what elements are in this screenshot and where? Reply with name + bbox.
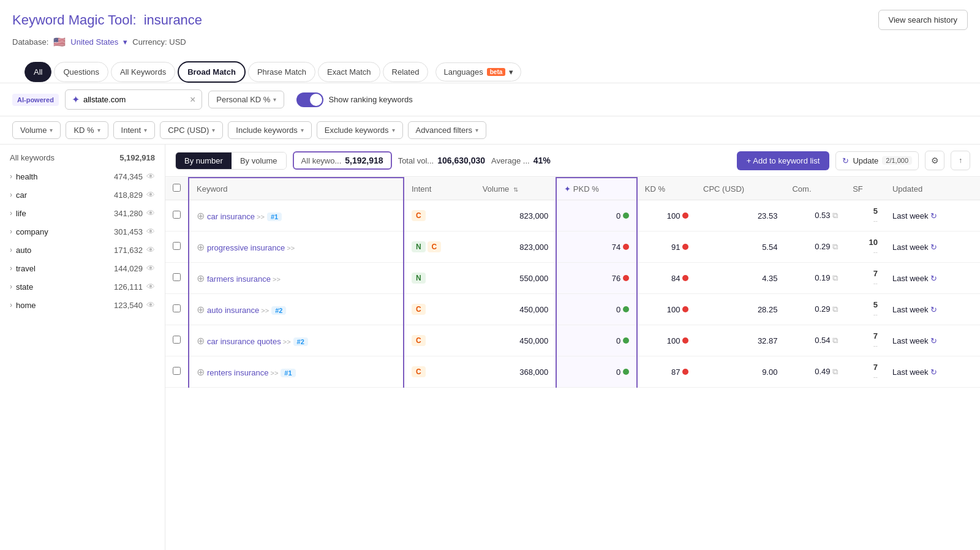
advanced-filters[interactable]: Advanced filters ▾ xyxy=(408,121,487,139)
eye-icon-life[interactable]: 👁 xyxy=(146,208,155,218)
sf-sublabel: -- xyxy=(873,217,878,224)
refresh-icon[interactable]: ↻ xyxy=(930,336,937,345)
tab-exact-match[interactable]: Exact Match xyxy=(318,62,380,82)
update-button[interactable]: ↻ Update 2/1,000 xyxy=(835,151,919,170)
beta-badge: beta xyxy=(487,68,506,76)
sf-value: 5 xyxy=(873,300,878,309)
row-sf-cell: 10-- xyxy=(845,232,885,263)
clear-domain-icon[interactable]: × xyxy=(190,94,195,105)
add-keyword-icon[interactable]: ⊕ xyxy=(197,367,205,377)
row-checkbox-5[interactable] xyxy=(173,367,181,375)
sidebar-item-home[interactable]: › home 123,540 👁 xyxy=(0,296,165,314)
th-volume[interactable]: Volume ⇅ xyxy=(475,178,556,200)
eye-icon-health[interactable]: 👁 xyxy=(146,171,155,181)
intent-badge: N xyxy=(412,241,426,252)
pkd-value: 0 xyxy=(616,305,623,314)
sidebar-item-auto[interactable]: › auto 171,632 👁 xyxy=(0,241,165,259)
rank-badge: #1 xyxy=(281,369,295,377)
sidebar-label-travel: travel xyxy=(16,264,110,273)
sidebar-item-state[interactable]: › state 126,111 👁 xyxy=(0,277,165,296)
exclude-keywords-filter[interactable]: Exclude keywords ▾ xyxy=(317,121,403,139)
add-to-keyword-list-button[interactable]: + Add to keyword list xyxy=(737,151,830,170)
row-checkbox-0[interactable] xyxy=(173,211,181,219)
row-checkbox-2[interactable] xyxy=(173,273,181,281)
pkd-dot xyxy=(623,337,629,344)
row-volume-cell: 368,000 xyxy=(475,356,556,388)
tab-questions[interactable]: Questions xyxy=(54,62,108,82)
keyword-link[interactable]: renters insurance xyxy=(207,368,268,377)
refresh-icon[interactable]: ↻ xyxy=(930,305,937,314)
keyword-link[interactable]: farmers insurance xyxy=(207,274,271,284)
keyword-link[interactable]: auto insurance xyxy=(207,306,259,315)
select-all-checkbox[interactable] xyxy=(173,184,181,192)
tab-phrase-match[interactable]: Phrase Match xyxy=(248,62,315,82)
copy-icon[interactable]: ⧉ xyxy=(832,367,838,376)
copy-icon[interactable]: ⧉ xyxy=(832,273,838,282)
sidebar-label-home: home xyxy=(16,301,110,310)
intent-badge-secondary: C xyxy=(428,241,442,252)
eye-icon-home[interactable]: 👁 xyxy=(146,300,155,310)
personal-kd-dropdown[interactable]: Personal KD % ▾ xyxy=(208,91,284,108)
eye-icon-travel[interactable]: 👁 xyxy=(146,263,155,273)
sidebar-label-state: state xyxy=(16,282,110,292)
volume-filter[interactable]: Volume ▾ xyxy=(12,121,61,139)
eye-icon-company[interactable]: 👁 xyxy=(146,227,155,236)
tab-all-keywords[interactable]: All Keywords xyxy=(111,62,175,82)
show-ranking-toggle[interactable] xyxy=(296,92,323,107)
eye-icon-car[interactable]: 👁 xyxy=(146,190,155,200)
sidebar-chevron-travel: › xyxy=(10,264,12,273)
keyword-arrows-icon: >> xyxy=(255,213,265,220)
include-keywords-filter[interactable]: Include keywords ▾ xyxy=(228,121,311,139)
add-keyword-icon[interactable]: ⊕ xyxy=(197,336,205,346)
row-checkbox-1[interactable] xyxy=(173,242,181,250)
page-title: Keyword Magic Tool: insurance xyxy=(12,12,202,28)
add-keyword-icon[interactable]: ⊕ xyxy=(197,273,205,284)
cpc-filter[interactable]: CPC (USD) ▾ xyxy=(160,121,223,139)
refresh-icon[interactable]: ↻ xyxy=(930,367,937,377)
intent-chevron-icon: ▾ xyxy=(144,127,147,134)
eye-icon-state[interactable]: 👁 xyxy=(146,282,155,292)
kd-filter[interactable]: KD % ▾ xyxy=(66,121,108,139)
refresh-icon[interactable]: ↻ xyxy=(930,243,937,252)
intent-filter[interactable]: Intent ▾ xyxy=(113,121,156,139)
refresh-icon[interactable]: ↻ xyxy=(930,274,937,283)
eye-icon-auto[interactable]: 👁 xyxy=(146,245,155,255)
view-history-button[interactable]: View search history xyxy=(878,10,968,30)
add-keyword-icon[interactable]: ⊕ xyxy=(197,242,205,252)
by-volume-button[interactable]: By volume xyxy=(232,153,286,169)
row-kd-cell: 100 xyxy=(637,200,696,232)
sidebar-item-car[interactable]: › car 418,829 👁 xyxy=(0,186,165,204)
country-selector[interactable]: United States xyxy=(70,37,118,47)
copy-icon[interactable]: ⧉ xyxy=(832,242,838,251)
sidebar-count-state: 126,111 xyxy=(114,282,143,292)
tab-related[interactable]: Related xyxy=(383,62,429,82)
keyword-link[interactable]: car insurance quotes xyxy=(207,337,281,346)
sidebar-item-health[interactable]: › health 474,345 👁 xyxy=(0,167,165,186)
sidebar-item-company[interactable]: › company 301,453 👁 xyxy=(0,222,165,241)
country-dropdown-icon[interactable]: ▾ xyxy=(123,37,127,47)
row-checkbox-4[interactable] xyxy=(173,336,181,344)
keyword-link[interactable]: progressive insurance xyxy=(207,243,285,252)
domain-input[interactable] xyxy=(83,95,186,104)
copy-icon[interactable]: ⧉ xyxy=(832,304,838,314)
tab-all[interactable]: All xyxy=(24,62,51,82)
sidebar-item-life[interactable]: › life 341,280 👁 xyxy=(0,204,165,222)
th-kd: KD % xyxy=(637,178,696,200)
row-cpc-cell: 32.87 xyxy=(696,325,785,356)
settings-button[interactable]: ⚙ xyxy=(925,151,944,170)
sidebar-item-travel[interactable]: › travel 144,029 👁 xyxy=(0,259,165,277)
row-checkbox-3[interactable] xyxy=(173,304,181,312)
copy-icon[interactable]: ⧉ xyxy=(832,336,838,345)
keyword-link[interactable]: car insurance xyxy=(207,212,255,221)
by-number-button[interactable]: By number xyxy=(176,153,232,169)
tab-broad-match[interactable]: Broad Match xyxy=(178,61,246,83)
refresh-icon[interactable]: ↻ xyxy=(930,211,937,220)
languages-dropdown[interactable]: Languages beta ▾ xyxy=(435,62,521,81)
results-toolbar: By number By volume All keywo... 5,192,9… xyxy=(165,145,980,177)
copy-icon[interactable]: ⧉ xyxy=(832,211,838,220)
add-keyword-icon[interactable]: ⊕ xyxy=(197,211,205,221)
add-keyword-icon[interactable]: ⊕ xyxy=(197,304,205,315)
main-content: By number By volume All keywo... 5,192,9… xyxy=(165,145,980,550)
row-cpc-cell: 5.54 xyxy=(696,232,785,263)
export-button[interactable]: ↑ xyxy=(951,151,970,170)
